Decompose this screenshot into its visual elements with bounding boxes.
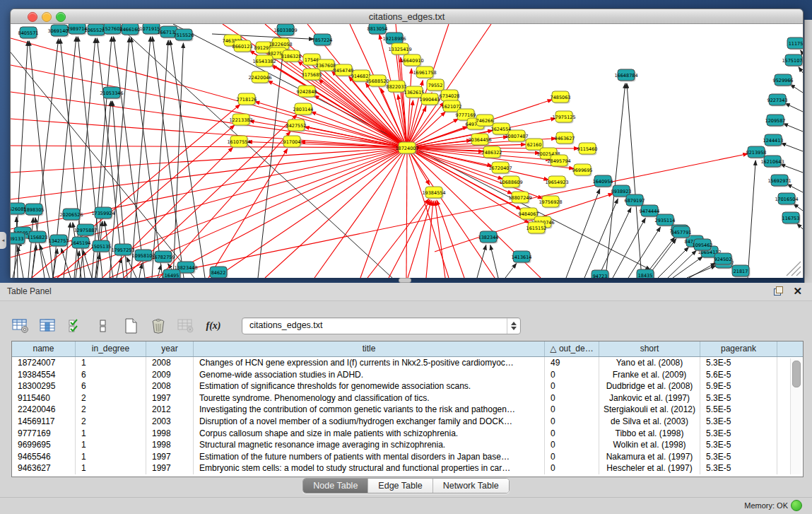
graph-node[interactable]: 1505135	[91, 240, 112, 253]
table-row[interactable]: 1938455462009Genome-wide association stu…	[12, 369, 803, 381]
graph-node[interactable]: 15751074	[782, 54, 803, 67]
graph-node[interactable]: 8660123	[233, 40, 253, 53]
table-cell[interactable]: 9465546	[12, 451, 76, 463]
table-cell[interactable]: 2012	[146, 404, 194, 416]
column-header-short[interactable]: short	[599, 341, 700, 356]
table-cell[interactable]: 0	[545, 462, 599, 474]
graph-node[interactable]: 7515526	[174, 29, 194, 42]
table-cell[interactable]: Disruption of a novel member of a sodium…	[194, 416, 545, 428]
column-visibility-icon[interactable]	[39, 317, 57, 334]
table-cell[interactable]: 2008	[146, 357, 194, 369]
table-cell[interactable]: 5.9E-5	[700, 380, 777, 392]
graph-node[interactable]: 20206526	[59, 209, 83, 221]
graph-node[interactable]: 19384554	[422, 187, 445, 199]
table-cell[interactable]: Structural magnetic resonance image aver…	[194, 439, 545, 451]
table-cell[interactable]: Dudbridge et al. (2008)	[599, 380, 700, 392]
table-cell[interactable]: Hescheler et al. (1997)	[599, 462, 700, 474]
table-cell[interactable]: 1	[76, 462, 146, 474]
graph-node[interactable]: 13325419	[388, 43, 411, 56]
graph-node[interactable]: 6879197	[625, 194, 645, 207]
table-cell[interactable]: Tourette syndrome. Phenomenology and cla…	[194, 392, 545, 404]
graph-node[interactable]: 1342757	[49, 235, 69, 247]
graph-node[interactable]: 8405571	[18, 27, 39, 40]
graph-node[interactable]: 18724007	[395, 142, 418, 155]
graph-node[interactable]: 8427552	[286, 119, 307, 132]
table-cell[interactable]: 1997	[146, 392, 194, 404]
graph-node[interactable]: 94723	[592, 270, 610, 278]
table-cell[interactable]: 5.3E-5	[700, 392, 777, 404]
table-cell[interactable]: 0	[545, 416, 599, 428]
graph-node[interactable]: 16543382	[252, 55, 276, 68]
graph-node[interactable]: 9529966	[773, 74, 794, 87]
table-cell[interactable]: 9115460	[12, 392, 76, 404]
graph-node[interactable]: 18435	[637, 269, 655, 278]
tab-node-table[interactable]: Node Table	[303, 479, 368, 493]
table-cell[interactable]: Investigating the contribution of common…	[194, 404, 545, 416]
table-cell[interactable]: 5.3E-5	[700, 357, 777, 369]
graph-node[interactable]: 17975125	[552, 111, 575, 124]
graph-node[interactable]: 1645194	[71, 237, 91, 250]
table-cell[interactable]: 2003	[146, 416, 194, 428]
network-window-titlebar[interactable]: citations_edges.txt	[11, 9, 803, 24]
table-cell[interactable]: 1	[76, 451, 146, 463]
table-cell[interactable]: 6	[76, 369, 146, 381]
table-cell[interactable]: Genome-wide association studies in ADHD.	[194, 369, 545, 381]
graph-node[interactable]: 924502	[714, 253, 733, 266]
graph-node[interactable]: 8466160	[120, 24, 141, 36]
table-cell[interactable]: 0	[545, 369, 599, 381]
table-cell[interactable]: 49	[545, 357, 599, 369]
table-cell[interactable]: Stergiakouli et al. (2012)	[599, 404, 700, 416]
table-cell[interactable]: 0	[545, 439, 599, 451]
table-cell[interactable]: 9463627	[12, 462, 76, 474]
table-cell[interactable]: Yano et al. (2008)	[599, 357, 700, 369]
column-header-out_de[interactable]: △ out_de…	[545, 341, 599, 356]
graph-node[interactable]: 20364456	[468, 134, 491, 146]
table-row[interactable]: 946362711997Embryonic stem cells: a mode…	[12, 462, 803, 474]
graph-node[interactable]: 84622	[210, 267, 228, 278]
table-cell[interactable]: 1	[76, 357, 146, 369]
tab-edge-table[interactable]: Edge Table	[368, 479, 433, 493]
table-cell[interactable]: 22420046	[12, 404, 76, 416]
graph-node[interactable]: 7486322	[482, 146, 502, 159]
table-cell[interactable]: Estimation of the future numbers of pati…	[194, 451, 545, 463]
column-header-name[interactable]: name	[12, 341, 76, 356]
graph-node[interactable]: 1898305	[24, 204, 45, 216]
table-cell[interactable]: Franke et al. (2009)	[599, 369, 700, 381]
table-cell[interactable]: Estimation of significance thresholds fo…	[194, 380, 545, 392]
table-cell[interactable]: 2	[76, 392, 146, 404]
table-cell[interactable]: 0	[545, 392, 599, 404]
graph-node[interactable]: 19756928	[539, 196, 562, 209]
graph-node[interactable]: 16720407	[488, 162, 512, 175]
graph-node[interactable]: 1615152	[526, 222, 547, 235]
table-cell[interactable]: 0	[545, 380, 599, 392]
table-cell[interactable]: 5.3E-5	[700, 439, 777, 451]
table-cell[interactable]: 5.3E-5	[700, 428, 777, 440]
graph-node[interactable]: 11175	[787, 37, 803, 50]
graph-node[interactable]: 7485063	[551, 91, 571, 104]
table-cell[interactable]: Changes of HCN gene expression and I(f) …	[194, 357, 545, 369]
table-cell[interactable]: Tibbo et al. (1998)	[599, 428, 700, 440]
table-cell[interactable]: 1	[76, 439, 146, 451]
graph-node[interactable]: 10807487	[505, 130, 528, 143]
panel-splitter-handle[interactable]	[399, 278, 411, 283]
table-cell[interactable]: Nakamura et al. (1997)	[599, 451, 700, 463]
graph-node[interactable]: 9699695	[572, 164, 593, 177]
row-check-icon[interactable]	[66, 317, 85, 334]
table-cell[interactable]: 2009	[146, 369, 194, 381]
tab-network-table[interactable]: Network Table	[433, 479, 509, 493]
graph-node[interactable]: 2718126	[237, 93, 257, 106]
table-cell[interactable]: 19384554	[12, 369, 76, 381]
table-selector-dropdown[interactable]: citations_edges.txt	[242, 317, 521, 334]
table-cell[interactable]: 18300295	[12, 380, 76, 392]
graph-node[interactable]: 16495	[163, 269, 182, 278]
scrollbar-thumb[interactable]	[792, 361, 801, 387]
graph-node[interactable]: 12213383	[229, 114, 252, 127]
graph-node[interactable]: 16107554	[227, 136, 250, 148]
table-cell[interactable]: Jankovic et al. (1997)	[599, 392, 700, 404]
resize-grip-icon[interactable]	[787, 262, 801, 276]
table-cell[interactable]: 5.6E-5	[700, 369, 777, 381]
graph-node[interactable]: 16210643	[760, 156, 784, 168]
graph-node[interactable]: 9115460	[577, 143, 598, 156]
network-canvas[interactable]: 1872400784055713069140629897141065528715…	[11, 24, 803, 278]
table-cell[interactable]: 6	[76, 380, 146, 392]
